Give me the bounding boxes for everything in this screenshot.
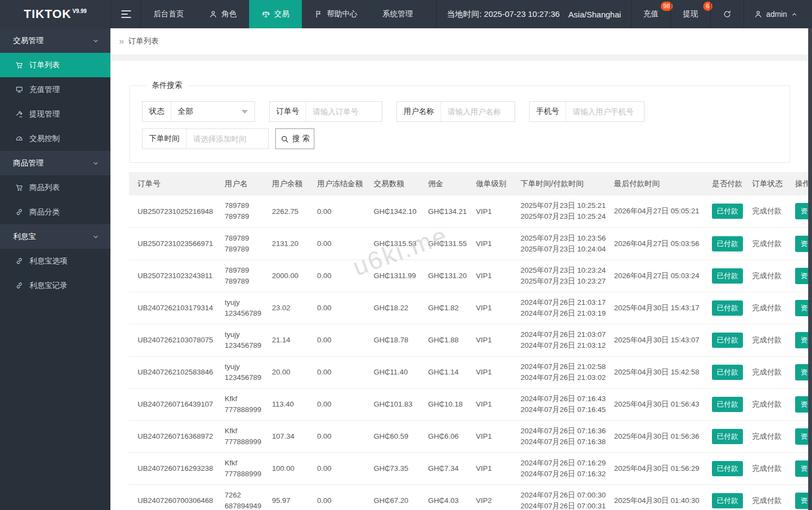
fund-action-button[interactable]: 资金: [795, 203, 808, 219]
status-select[interactable]: 状态 全部: [142, 101, 255, 122]
nav-item-trade[interactable]: 交易: [249, 0, 302, 28]
sidebar-group-goods-mgmt[interactable]: 商品管理: [0, 151, 110, 175]
sidebar-item-withdraw-mgmt[interactable]: 提现管理: [0, 102, 110, 126]
last-pay-time-cell: 2025年04月30日 01:40:30: [614, 484, 712, 510]
commission-cell: GH₵6.06: [428, 420, 476, 452]
refresh-button[interactable]: [710, 0, 743, 28]
nav-item-label: 角色: [221, 9, 237, 19]
column-header-1: 订单号: [129, 172, 225, 195]
level-cell: VIP1: [476, 228, 520, 260]
sidebar-item-interest-options[interactable]: 利息宝选项: [0, 249, 110, 273]
phone-input[interactable]: [566, 107, 644, 116]
nav-item-system[interactable]: 系统管理: [370, 0, 425, 28]
fund-action-button[interactable]: 资金: [795, 268, 808, 284]
page-scrollbar[interactable]: [808, 28, 812, 510]
order-no-input[interactable]: [306, 107, 382, 116]
fund-action-button[interactable]: 资金: [795, 332, 808, 348]
fund-action-button[interactable]: 资金: [795, 493, 808, 509]
table-row: UB25072310235669717897897897892131.200.0…: [129, 228, 808, 260]
nav-item-home[interactable]: 后台首页: [141, 0, 196, 28]
order-time-input[interactable]: [187, 134, 268, 143]
sidebar-item-recharge-mgmt[interactable]: 充值管理: [0, 77, 110, 102]
sidebar-group-trade-mgmt[interactable]: 交易管理: [0, 28, 110, 53]
commission-cell: GH₵7.34: [428, 452, 476, 484]
level-cell: VIP1: [476, 292, 520, 324]
nav-item-help-center[interactable]: 帮助中心: [302, 0, 370, 28]
refresh-icon: [723, 10, 732, 19]
order-status-cell: 完成付款: [752, 292, 795, 324]
breadcrumb-label: 订单列表: [128, 36, 159, 46]
nav-item-label: 系统管理: [382, 9, 413, 19]
action-cell: 资金: [795, 228, 808, 260]
username-cell: tyujy123456789: [225, 324, 272, 356]
table-row: UB2407262102583846tyujy12345678920.000.0…: [129, 356, 808, 388]
column-header-6: 佣金: [428, 172, 476, 195]
frozen-amount-cell: 0.00: [317, 452, 374, 484]
last-pay-time-cell: 2025年04月30日 15:43:17: [614, 292, 712, 324]
withdraw-button[interactable]: 提现 6: [671, 0, 710, 28]
action-cell: 资金: [795, 324, 808, 356]
last-pay-time-cell: 2026年04月27日 05:03:24: [614, 260, 712, 292]
action-cell: 资金: [795, 260, 808, 292]
app-logo[interactable]: TIKTOK V9.99: [0, 0, 110, 28]
sidebar-item-goods-category[interactable]: 商品分类: [0, 200, 110, 224]
paid-status-badge: 已付款: [712, 429, 743, 444]
recharge-button[interactable]: 充值 98: [631, 0, 671, 28]
fund-action-button[interactable]: 资金: [795, 236, 808, 252]
order-time-cell: 2024年07月26日 07:16:362024年07月26日 07:16:38: [520, 420, 614, 452]
balance-cell: 95.97: [272, 484, 317, 510]
commission-cell: GH₵134.21: [428, 195, 476, 228]
search-fieldset: 条件搜索 状态 全部 订单号 用户名称 手机号: [129, 81, 790, 163]
phone-label: 手机号: [530, 102, 566, 121]
sidebar-item-trade-control[interactable]: 交易控制: [0, 126, 110, 151]
order-status-cell: 完成付款: [752, 260, 795, 292]
sidebar-item-label: 订单列表: [29, 60, 60, 70]
paid-status-badge: 已付款: [712, 365, 743, 380]
level-cell: VIP1: [476, 356, 520, 388]
fund-action-button[interactable]: 资金: [795, 300, 808, 316]
search-button-label: 搜 索: [293, 134, 310, 144]
level-cell: VIP1: [476, 324, 520, 356]
commission-cell: GH₵1.88: [428, 324, 476, 356]
sidebar-group-label: 交易管理: [13, 36, 44, 46]
sidebar-item-goods-list[interactable]: 商品列表: [0, 175, 110, 200]
sidebar-item-interest-records[interactable]: 利息宝记录: [0, 273, 110, 298]
order-time-field: 下单时间: [142, 128, 269, 149]
fund-action-button[interactable]: 资金: [795, 460, 808, 477]
frozen-amount-cell: 0.00: [317, 388, 374, 420]
paid-cell: 已付款: [712, 452, 752, 484]
frozen-amount-cell: 0.00: [317, 356, 374, 388]
username-input[interactable]: [441, 107, 515, 116]
paid-status-badge: 已付款: [712, 397, 743, 412]
nav-item-roles[interactable]: 角色: [196, 0, 249, 28]
commission-cell: GH₵4.03: [428, 484, 476, 510]
trade-amount-cell: GH₵1315.53: [374, 228, 428, 260]
action-cell: 资金: [795, 452, 808, 484]
last-pay-time-cell: 2025年04月30日 01:56:36: [614, 420, 712, 452]
commission-cell: GH₵131.55: [428, 228, 476, 260]
fund-action-button[interactable]: 资金: [795, 364, 808, 380]
level-cell: VIP2: [476, 484, 520, 510]
monitor-icon: [15, 85, 23, 94]
order-no-cell: UB2407260716293238: [129, 452, 225, 484]
sidebar-group-interest-treasure[interactable]: 利息宝: [0, 224, 110, 249]
user-menu[interactable]: admin: [743, 0, 812, 28]
balance-cell: 2262.75: [272, 195, 317, 228]
balance-cell: 113.40: [272, 388, 317, 420]
order-no-cell: UB2407262103078075: [129, 324, 225, 356]
column-header-10: 是否付款: [712, 172, 752, 195]
fund-action-button[interactable]: 资金: [795, 396, 808, 413]
sidebar-item-order-list[interactable]: 订单列表: [0, 53, 110, 77]
paid-status-badge: 已付款: [712, 268, 743, 284]
frozen-amount-cell: 0.00: [317, 484, 374, 510]
fund-action-button[interactable]: 资金: [795, 428, 808, 445]
order-time-cell: 2025年07月23日 10:25:212025年07月23日 10:25:24: [520, 195, 614, 228]
main-content: » 订单列表 条件搜索 状态 全部 订单号 用户名称: [110, 28, 808, 510]
balance-cell: 2131.20: [272, 228, 317, 260]
order-status-cell: 完成付款: [752, 452, 795, 484]
order-no-field: 订单号: [269, 101, 382, 122]
sidebar-toggle-button[interactable]: [110, 0, 141, 28]
frozen-amount-cell: 0.00: [317, 324, 374, 356]
search-button[interactable]: 搜 索: [275, 128, 314, 149]
order-no-cell: UB2407262102583846: [129, 356, 225, 388]
